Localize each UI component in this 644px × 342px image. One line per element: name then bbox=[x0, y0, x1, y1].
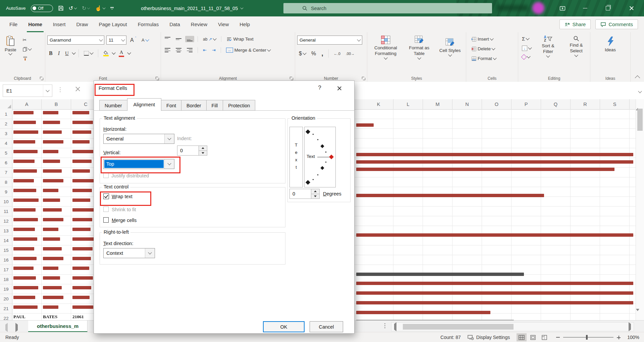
zoom-in-button[interactable] bbox=[617, 336, 621, 339]
dialog-tab[interactable]: Alignment bbox=[127, 98, 161, 111]
ribbon-tab[interactable]: Home bbox=[23, 16, 48, 32]
active-sheet-tab[interactable]: otherbusiness_m bbox=[28, 321, 88, 332]
align-middle-button[interactable] bbox=[174, 36, 183, 42]
dialog-tab[interactable]: Number bbox=[99, 100, 127, 111]
column-header[interactable]: L bbox=[393, 99, 423, 109]
decrease-decimal-button[interactable]: .00→ bbox=[344, 51, 356, 57]
column-header[interactable]: P bbox=[512, 99, 541, 109]
row-header[interactable]: 8 bbox=[0, 177, 12, 187]
row-header[interactable]: 2 bbox=[0, 119, 12, 129]
page-break-view-button[interactable] bbox=[539, 333, 549, 341]
dialog-tab[interactable]: Font bbox=[161, 100, 181, 111]
display-settings-button[interactable]: Display Settings bbox=[468, 335, 510, 340]
font-name-combo[interactable]: Garamond bbox=[47, 36, 104, 45]
zoom-slider-thumb[interactable] bbox=[586, 335, 588, 340]
undo-button[interactable]: ↺ bbox=[69, 6, 77, 11]
justify-distributed-checkbox[interactable] bbox=[103, 173, 109, 178]
orientation-button[interactable]: ab↗ bbox=[201, 36, 218, 43]
next-sheet-button[interactable] bbox=[15, 325, 18, 331]
column-header[interactable]: Q bbox=[541, 99, 571, 109]
row-header[interactable]: 15 bbox=[0, 245, 12, 255]
ribbon-tab[interactable]: Review bbox=[185, 16, 213, 32]
spin-down-button[interactable] bbox=[311, 194, 319, 199]
delete-cells-button[interactable]: Delete bbox=[470, 45, 516, 52]
scroll-up-button[interactable] bbox=[636, 99, 644, 108]
row-header[interactable]: 21 bbox=[0, 304, 12, 314]
row-header[interactable]: 6 bbox=[0, 158, 12, 168]
save-button[interactable] bbox=[58, 5, 64, 11]
increase-indent-button[interactable]: ⇥ bbox=[210, 47, 217, 54]
align-left-button[interactable] bbox=[163, 47, 172, 53]
underline-button[interactable]: U bbox=[63, 50, 70, 57]
shrink-to-fit-checkbox[interactable] bbox=[103, 207, 109, 212]
expand-formula-bar-button[interactable] bbox=[639, 88, 641, 94]
ok-button[interactable]: OK bbox=[263, 321, 305, 332]
font-size-combo[interactable]: 11 bbox=[106, 36, 126, 45]
dialog-help-button[interactable]: ? bbox=[315, 83, 324, 92]
align-bottom-button[interactable] bbox=[185, 36, 194, 42]
column-header[interactable]: M bbox=[423, 99, 452, 109]
row-header[interactable]: 9 bbox=[0, 187, 12, 197]
touch-mouse-mode-button[interactable]: ☝ bbox=[95, 6, 105, 11]
collapse-ribbon-button[interactable] bbox=[635, 75, 640, 81]
column-header[interactable]: R bbox=[571, 99, 600, 109]
scroll-right-button[interactable] bbox=[629, 324, 631, 330]
column-header[interactable]: N bbox=[452, 99, 482, 109]
font-color-button[interactable]: A bbox=[117, 49, 126, 58]
decrease-indent-button[interactable]: ⇤ bbox=[201, 47, 208, 54]
clipboard-dialog-launcher[interactable] bbox=[40, 77, 43, 80]
align-top-button[interactable] bbox=[163, 36, 172, 42]
row-header[interactable]: 12 bbox=[0, 216, 12, 226]
cell-styles-button[interactable]: Cell Styles bbox=[436, 37, 464, 57]
ribbon-tab[interactable]: View bbox=[213, 16, 234, 32]
row-header[interactable]: 13 bbox=[0, 226, 12, 236]
ribbon-tab[interactable]: Data bbox=[164, 16, 185, 32]
ribbon-tab[interactable]: Insert bbox=[48, 16, 71, 32]
vertical-scrollbar[interactable] bbox=[636, 99, 644, 320]
merge-center-button[interactable]: ↔ Merge & Center bbox=[224, 47, 272, 54]
formula-bar-grip[interactable] bbox=[60, 87, 61, 92]
zoom-level[interactable]: 100% bbox=[627, 335, 639, 340]
column-header[interactable]: A bbox=[12, 99, 42, 109]
sort-filter-button[interactable]: AZ Sort & Filter bbox=[535, 34, 561, 58]
previous-sheet-button[interactable] bbox=[5, 325, 8, 331]
close-button[interactable] bbox=[624, 0, 639, 16]
row-header[interactable]: 1 bbox=[0, 109, 12, 119]
normal-view-button[interactable] bbox=[517, 333, 527, 341]
vertical-text-option[interactable]: Text bbox=[289, 127, 303, 187]
paste-button[interactable]: Paste bbox=[2, 34, 19, 56]
orientation-dial[interactable]: Text bbox=[304, 127, 336, 187]
page-layout-view-button[interactable] bbox=[528, 333, 538, 341]
share-button[interactable]: Share bbox=[559, 19, 591, 29]
alignment-dialog-launcher[interactable] bbox=[290, 77, 293, 80]
name-box[interactable]: E1 bbox=[3, 84, 52, 97]
spin-up-button[interactable] bbox=[311, 189, 319, 194]
bold-button[interactable]: B bbox=[47, 49, 54, 57]
row-header[interactable]: 16 bbox=[0, 255, 12, 265]
row-header[interactable]: 14 bbox=[0, 236, 12, 245]
comments-button[interactable]: Comments bbox=[595, 19, 638, 29]
row-header[interactable]: 4 bbox=[0, 138, 12, 148]
vertical-scroll-thumb[interactable] bbox=[637, 109, 643, 131]
merge-cells-checkbox[interactable] bbox=[103, 217, 109, 223]
row-header[interactable]: 11 bbox=[0, 207, 12, 216]
ribbon-display-options-button[interactable] bbox=[555, 0, 570, 16]
borders-button[interactable] bbox=[82, 50, 95, 57]
text-direction-select[interactable]: Context bbox=[103, 248, 155, 258]
search-input[interactable]: Search bbox=[283, 3, 492, 13]
ribbon-tab[interactable]: Help bbox=[234, 16, 255, 32]
redo-button[interactable]: ↻ bbox=[82, 6, 90, 11]
row-header[interactable]: 3 bbox=[0, 129, 12, 138]
ribbon-tab[interactable]: File bbox=[4, 16, 23, 32]
percent-style-button[interactable]: % bbox=[310, 50, 318, 58]
column-header[interactable]: K bbox=[364, 99, 393, 109]
zoom-slider[interactable] bbox=[563, 337, 613, 338]
row-header[interactable]: 19 bbox=[0, 284, 12, 294]
italic-button[interactable]: I bbox=[56, 49, 61, 57]
row-header[interactable]: 7 bbox=[0, 168, 12, 177]
chevron-down-icon[interactable] bbox=[72, 51, 75, 54]
fill-button[interactable]: ↓ bbox=[520, 45, 533, 52]
cancel-entry-icon[interactable] bbox=[74, 86, 80, 92]
select-all-corner[interactable] bbox=[0, 99, 12, 109]
row-header[interactable]: 22 bbox=[0, 314, 12, 320]
